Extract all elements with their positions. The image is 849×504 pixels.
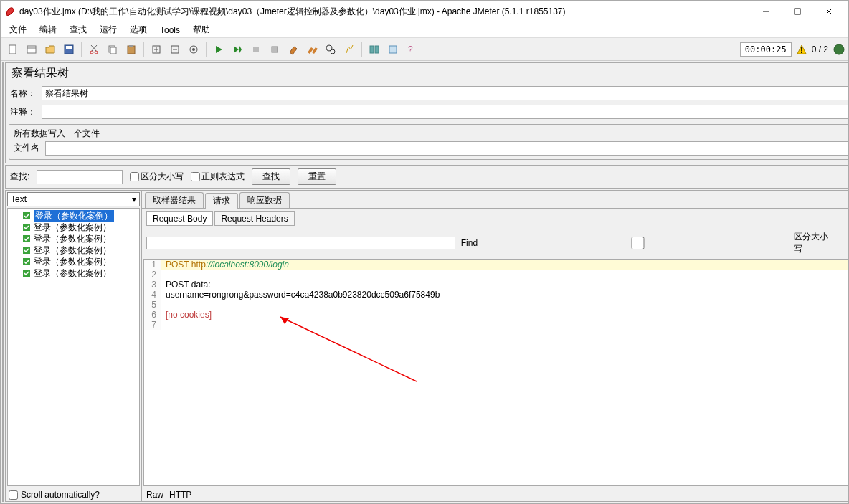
function-icon[interactable] [365, 40, 384, 59]
save-icon[interactable] [60, 40, 78, 59]
maximize-button[interactable] [782, 2, 812, 21]
code-line: 7 [144, 320, 848, 330]
templates-icon[interactable] [22, 40, 41, 59]
find-case-checkbox[interactable]: 区分大小写 [483, 231, 834, 255]
tree-item[interactable]: ⊞··Switch控制器 [3, 192, 4, 204]
svg-text:!: ! [800, 45, 802, 55]
tree-item[interactable]: ··登录（参数化案例） [3, 295, 4, 307]
tab-request[interactable]: 请求 [205, 193, 238, 209]
start-notimers-icon[interactable] [228, 40, 247, 59]
tab-sampler[interactable]: 取样器结果 [145, 192, 204, 208]
renderer-dropdown[interactable]: Text ▾ [7, 192, 140, 206]
tree-item[interactable]: ⊞··事务控制器 [3, 215, 4, 227]
comment-input[interactable] [42, 105, 848, 119]
window-title: day03作业.jmx (D:\我的工作\自动化测试学习\课程视频\day03（… [19, 6, 566, 18]
reset-button[interactable]: 重置 [298, 168, 336, 185]
expand-icon[interactable] [147, 40, 166, 59]
tree-item[interactable]: ··BeanShell 取样器 [3, 112, 4, 123]
start-icon[interactable] [209, 40, 228, 59]
search-icon[interactable] [321, 40, 340, 59]
svg-point-27 [331, 49, 335, 54]
tree-item[interactable]: ⊞··简单控制器 [3, 123, 4, 135]
sample-results-list[interactable]: 登录（参数化案例）登录（参数化案例）登录（参数化案例）登录（参数化案例）登录（参… [7, 208, 140, 486]
search-label: 查找: [10, 171, 29, 183]
search-input[interactable] [37, 170, 123, 184]
listener-panel: 察看结果树 名称： 注释： 所有数据写入一个文件 文件名 浏览... 显示日志内… [5, 62, 848, 163]
help-icon[interactable] [384, 40, 402, 59]
subtab-body[interactable]: Request Body [146, 211, 213, 226]
svg-line-12 [91, 45, 96, 51]
tree-item[interactable]: ⊞··ForEach控制器 [3, 204, 4, 215]
tree-item[interactable]: ⊞··While控制器（LAST） [3, 272, 4, 284]
tree-item[interactable]: ⊞··如果（If）控制器 [3, 227, 4, 238]
raw-label[interactable]: Raw [146, 490, 163, 500]
tree-item[interactable]: ··查询所有学生 [3, 249, 4, 261]
tree-item[interactable]: ··查询所有学生1 [3, 169, 4, 181]
sample-result-item[interactable]: 登录（参数化案例） [9, 222, 138, 233]
sample-result-item[interactable]: 登录（参数化案例） [9, 267, 138, 279]
find-regex-checkbox[interactable]: 正则表达式 [840, 231, 848, 255]
copy-icon[interactable] [103, 40, 122, 59]
svg-rect-24 [253, 47, 259, 52]
svg-rect-14 [110, 47, 116, 54]
clearall-icon[interactable] [303, 40, 321, 59]
open-icon[interactable] [41, 40, 60, 59]
name-label: 名称： [10, 87, 39, 100]
close-button[interactable] [814, 2, 844, 21]
tree-item[interactable]: ⊞··仅一次控制器 [3, 181, 4, 192]
collapse-icon[interactable] [166, 40, 184, 59]
code-line: 4username=rongrong&password=c4ca4238a0b9… [144, 290, 848, 300]
tree-item[interactable]: ··用户定义的变量 [3, 100, 4, 112]
panel-title: 察看结果树 [6, 63, 848, 84]
clear-icon[interactable] [284, 40, 303, 59]
file-input[interactable] [45, 141, 848, 156]
test-plan-tree[interactable]: ⊟ 测试计划 ⊟ 线程组 ··察看结果树 ··用户定义的变量 ··BeanShe… [2, 62, 4, 502]
menu-search[interactable]: 查找 [64, 22, 93, 37]
svg-point-9 [90, 51, 93, 54]
cut-icon[interactable] [85, 40, 103, 59]
sample-result-item[interactable]: 登录（参数化案例） [9, 233, 138, 244]
tree-root[interactable]: ⊟ 测试计划 [3, 66, 4, 77]
tree-item[interactable]: ⊞··循环控制器 [3, 158, 4, 169]
shutdown-icon[interactable] [265, 40, 284, 59]
whatsthis-icon[interactable]: ? [402, 40, 421, 59]
stop-icon[interactable] [247, 40, 265, 59]
tree-item[interactable]: ⊞··随机顺序控制器 [3, 146, 4, 158]
tree-item[interactable]: ··察看结果树 [3, 89, 4, 100]
regex-checkbox[interactable]: 正则表达式 [191, 171, 245, 183]
tree-item[interactable]: ⊞··While控制器（不填） [3, 261, 4, 272]
menu-options[interactable]: 选项 [124, 22, 153, 37]
chevron-down-icon: ▾ [132, 194, 136, 204]
minimize-button[interactable] [751, 2, 781, 21]
sample-result-item[interactable]: 登录（参数化案例） [9, 210, 138, 222]
scroll-auto-checkbox[interactable]: Scroll automatically? [6, 488, 141, 501]
tree-item[interactable]: ⊞··随机控制器 [3, 135, 4, 146]
tree-thread-group[interactable]: ⊟ 线程组 [3, 77, 4, 89]
svg-rect-1 [795, 9, 800, 14]
find-input[interactable] [146, 237, 455, 249]
subtab-headers[interactable]: Request Headers [214, 211, 294, 226]
server-icon[interactable] [833, 43, 845, 56]
case-sensitive-checkbox[interactable]: 区分大小写 [130, 171, 184, 183]
file-label: 文件名 [14, 142, 39, 154]
paste-icon[interactable] [122, 40, 141, 59]
menu-tools[interactable]: Tools [154, 24, 186, 37]
menu-help[interactable]: 帮助 [187, 22, 216, 37]
name-input[interactable] [42, 86, 848, 100]
sample-result-item[interactable]: 登录（参数化案例） [9, 244, 138, 256]
search-button[interactable]: 查找 [252, 168, 290, 185]
new-icon[interactable] [4, 40, 22, 59]
menu-edit[interactable]: 编辑 [34, 22, 62, 37]
reset-search-icon[interactable] [340, 40, 359, 59]
tab-response[interactable]: 响应数据 [239, 192, 290, 208]
code-line: 1POST http://localhost:8090/login [144, 260, 848, 270]
request-body-view[interactable]: 1POST http://localhost:8090/login2 3POST… [143, 259, 848, 486]
sample-result-item[interactable]: 登录（参数化案例） [9, 256, 138, 267]
tree-item[interactable]: ··CSV 数据文件设置 [3, 284, 4, 295]
app-icon [5, 6, 15, 16]
http-label[interactable]: HTTP [169, 490, 191, 500]
toggle-icon[interactable] [184, 40, 203, 59]
menu-run[interactable]: 运行 [94, 22, 123, 37]
tree-item[interactable]: ⊞··Runtime控制器 [3, 238, 4, 249]
menu-file[interactable]: 文件 [4, 22, 32, 37]
